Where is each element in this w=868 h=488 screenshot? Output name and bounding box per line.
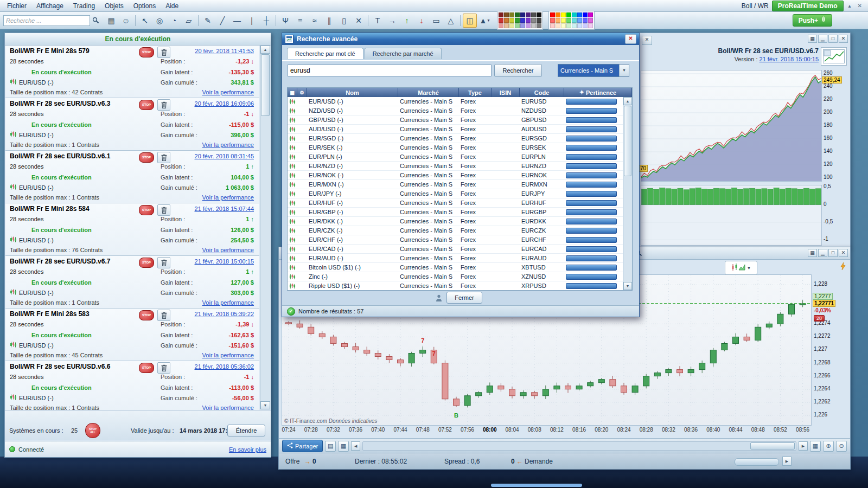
chevron-down-icon[interactable]: ▼: [619, 65, 629, 76]
text-tool-icon[interactable]: T: [371, 14, 385, 28]
color-swatch[interactable]: [509, 23, 514, 28]
color-swatch[interactable]: [499, 12, 503, 17]
taskbar-item[interactable]: [491, 484, 582, 487]
fibonacci-icon[interactable]: ≡: [293, 14, 307, 28]
color-swatch[interactable]: [583, 23, 588, 28]
tab-market[interactable]: Recherche par marché: [365, 48, 442, 59]
color-swatch[interactable]: [556, 12, 560, 17]
flash-icon[interactable]: [840, 262, 846, 271]
scroll-right-icon[interactable]: ▶: [799, 441, 808, 451]
table-row[interactable]: AUD/USD (-)Currencies - Main SForexAUDUS…: [288, 125, 623, 134]
performance-link[interactable]: Voir la performance: [202, 89, 254, 95]
extend-button[interactable]: Étendre: [227, 425, 265, 436]
color-swatch[interactable]: [577, 18, 582, 23]
performance-link[interactable]: Voir la performance: [202, 247, 254, 253]
table-row[interactable]: EUR/CAD (-)Currencies - Main SForexEURCA…: [288, 245, 623, 254]
scroll-up-icon[interactable]: ▲: [623, 97, 632, 105]
color-swatch[interactable]: [556, 18, 560, 23]
column-header-code[interactable]: Code: [520, 88, 564, 97]
table-row[interactable]: Bitcoin USD ($1) (-)Currencies - Main SF…: [288, 263, 623, 272]
arrow-tool-icon[interactable]: →: [385, 14, 399, 28]
delete-icon[interactable]: [157, 310, 170, 321]
maximize-icon[interactable]: □: [828, 249, 838, 257]
color-swatch[interactable]: [526, 18, 531, 23]
scrollbar-thumb[interactable]: [261, 54, 270, 116]
area-style-icon[interactable]: ▲▾: [477, 14, 492, 28]
minimize-icon[interactable]: ▁: [818, 249, 827, 257]
horizontal-line-icon[interactable]: ―: [230, 14, 244, 28]
trendline-icon[interactable]: ╱: [215, 14, 229, 28]
scroll-down-icon[interactable]: ▼: [623, 282, 632, 290]
color-swatch[interactable]: [550, 23, 555, 28]
stop-button[interactable]: STOP: [139, 47, 154, 57]
color-swatch[interactable]: [537, 18, 541, 23]
color-swatch[interactable]: [572, 12, 577, 17]
table-row[interactable]: EUR/NZD (-)Currencies - Main SForexEURNZ…: [288, 162, 623, 171]
column-header-isin[interactable]: ISIN: [492, 88, 520, 97]
learn-more-link[interactable]: En savoir plus: [229, 446, 266, 453]
minimize-icon[interactable]: ▁: [818, 35, 827, 43]
start-date-link[interactable]: 21 févr. 2018 05:39:22: [195, 311, 254, 317]
performance-link[interactable]: Voir la performance: [202, 194, 254, 201]
table-row[interactable]: EUR/AUD (-)Currencies - Main SForexEURAU…: [288, 254, 623, 263]
background-window-close-icon[interactable]: ✕: [642, 36, 652, 45]
grid-icon[interactable]: ▦: [288, 88, 297, 97]
table-row[interactable]: EUR/JPY (-)Currencies - Main SForexEURJP…: [288, 189, 623, 198]
delete-icon[interactable]: [157, 204, 170, 216]
delete-tool-icon[interactable]: ▯: [337, 14, 351, 28]
color-swatch[interactable]: [572, 18, 577, 23]
tab-keyword[interactable]: Recherche par mot clé: [287, 48, 363, 59]
column-header-type[interactable]: Type: [459, 88, 492, 97]
start-date-link[interactable]: 21 févr. 2018 15:07:44: [195, 206, 254, 212]
table-row[interactable]: EUR/GBP (-)Currencies - Main SForexEURGB…: [288, 208, 623, 217]
color-swatch[interactable]: [515, 12, 520, 17]
zoom-out-icon[interactable]: ⊖: [836, 441, 847, 452]
color-swatch[interactable]: [520, 23, 525, 28]
table-row[interactable]: EUR/SEK (-)Currencies - Main SForexEURSE…: [288, 143, 623, 152]
table-row[interactable]: EUR/DKK (-)Currencies - Main SForexEURDK…: [288, 217, 623, 226]
zoom-tool-icon[interactable]: ◎: [152, 14, 167, 28]
stop-button[interactable]: STOP: [139, 152, 154, 163]
color-swatch[interactable]: [566, 23, 571, 28]
start-date-link[interactable]: 20 févr. 2018 16:09:06: [195, 100, 254, 107]
grid-icon[interactable]: ▦: [338, 441, 349, 452]
performance-link[interactable]: Voir la performance: [202, 352, 254, 358]
close-icon[interactable]: ✕: [839, 35, 848, 43]
color-swatch[interactable]: [566, 12, 571, 17]
table-row[interactable]: EUR/SGD (-)Currencies - Main SForexEURSG…: [288, 134, 623, 143]
stop-button[interactable]: STOP: [139, 363, 154, 373]
sell-arrow-icon[interactable]: ↓: [414, 14, 429, 28]
triangle-tool-icon[interactable]: △: [444, 14, 458, 28]
table-row[interactable]: EUR/NOK (-)Currencies - Main SForexEURNO…: [288, 171, 623, 180]
color-swatch[interactable]: [515, 18, 520, 23]
zigzag-icon[interactable]: ≈: [308, 14, 322, 28]
table-row[interactable]: EUR/MXN (-)Currencies - Main SForexEURMX…: [288, 180, 623, 189]
menu-trading[interactable]: Trading: [68, 1, 100, 11]
menu-affichage[interactable]: Affichage: [31, 1, 68, 11]
table-row[interactable]: EUR/CHF (-)Currencies - Main SForexEURCH…: [288, 235, 623, 245]
color-swatch[interactable]: [537, 12, 541, 17]
color-swatch[interactable]: [526, 23, 531, 28]
column-header-pertinence[interactable]: ✦Pertinence: [564, 88, 632, 97]
color-swatch[interactable]: [531, 12, 536, 17]
maximize-icon[interactable]: □: [828, 35, 838, 43]
chart-scrollbar[interactable]: [362, 441, 796, 451]
stop-button[interactable]: STOP: [139, 205, 154, 215]
alarm-icon[interactable]: ◔: [167, 14, 181, 28]
color-swatch[interactable]: [531, 23, 536, 28]
keyword-input[interactable]: [288, 65, 492, 76]
start-date-link[interactable]: 21 févr. 2018 15:00:15: [195, 258, 254, 265]
table-row[interactable]: EUR/PLN (-)Currencies - Main SForexEURPL…: [288, 152, 623, 162]
collapse-icon[interactable]: ▴: [847, 3, 853, 9]
color-swatch[interactable]: [588, 12, 593, 17]
color-swatch[interactable]: [588, 23, 593, 28]
stop-all-button[interactable]: STOPALL: [85, 423, 100, 438]
start-date-link[interactable]: 20 févr. 2018 11:41:53: [195, 48, 254, 54]
orders-icon[interactable]: ▤: [325, 441, 336, 452]
menu-aide[interactable]: Aide: [161, 1, 183, 11]
grid-icon[interactable]: ▦: [808, 35, 817, 43]
color-swatch[interactable]: [566, 18, 571, 23]
zoom-in-icon[interactable]: ⊕: [823, 441, 834, 452]
color-swatch[interactable]: [550, 18, 555, 23]
dialog-titlebar[interactable]: Recherche avancée ✕: [282, 33, 639, 45]
